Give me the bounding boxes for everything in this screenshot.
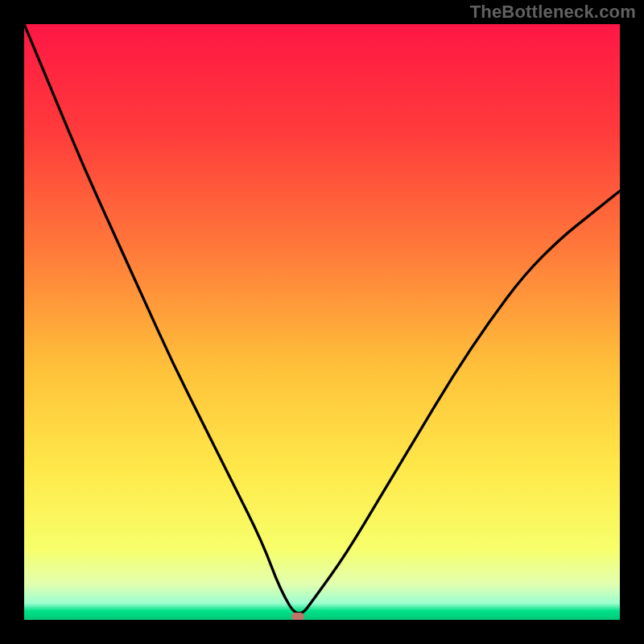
plot-area — [24, 24, 620, 620]
minimum-marker — [291, 613, 304, 620]
watermark-text: TheBottleneck.com — [470, 2, 636, 23]
bottleneck-curve — [24, 24, 620, 620]
chart-wrapper: TheBottleneck.com — [0, 0, 644, 644]
